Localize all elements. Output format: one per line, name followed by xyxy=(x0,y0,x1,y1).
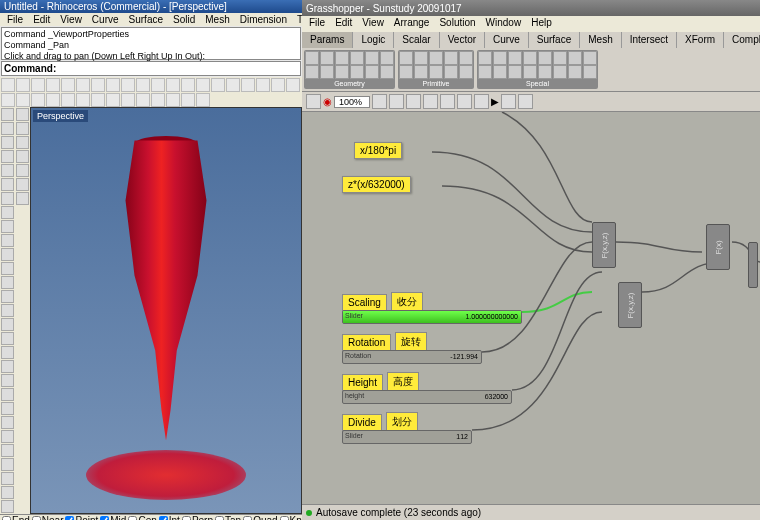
gh-toolbar-button[interactable] xyxy=(501,94,516,109)
toolbar-button[interactable] xyxy=(136,93,150,107)
toolbar-button[interactable] xyxy=(166,93,180,107)
tool-button[interactable] xyxy=(1,472,14,485)
menu-view[interactable]: View xyxy=(55,13,87,26)
ribbon-button[interactable] xyxy=(365,65,379,79)
ribbon-button[interactable] xyxy=(335,51,349,65)
component-fx[interactable]: F(x) xyxy=(706,224,730,270)
ribbon-button[interactable] xyxy=(320,51,334,65)
ribbon-button[interactable] xyxy=(444,65,458,79)
ribbon-button[interactable] xyxy=(429,51,443,65)
ribbon-button[interactable] xyxy=(335,65,349,79)
toolbar-button[interactable] xyxy=(16,78,30,92)
ribbon-button[interactable] xyxy=(523,65,537,79)
gh-toolbar-button[interactable] xyxy=(518,94,533,109)
tool-button[interactable] xyxy=(1,164,14,177)
ribbon-button[interactable] xyxy=(508,65,522,79)
gh-menu-arrange[interactable]: Arrange xyxy=(389,16,435,32)
tool-button[interactable] xyxy=(1,500,14,513)
menu-dimension[interactable]: Dimension xyxy=(235,13,292,26)
tool-button[interactable] xyxy=(1,360,14,373)
tool-button[interactable] xyxy=(16,164,29,177)
gh-menu-window[interactable]: Window xyxy=(481,16,527,32)
ribbon-button[interactable] xyxy=(380,51,394,65)
tool-button[interactable] xyxy=(1,332,14,345)
ribbon-button[interactable] xyxy=(583,65,597,79)
ribbon-button[interactable] xyxy=(380,65,394,79)
tab-intersect[interactable]: Intersect xyxy=(622,32,677,48)
toolbar-button[interactable] xyxy=(76,93,90,107)
ribbon-button[interactable] xyxy=(508,51,522,65)
tool-button[interactable] xyxy=(1,388,14,401)
ribbon-button[interactable] xyxy=(538,51,552,65)
gh-toolbar-button[interactable] xyxy=(372,94,387,109)
toolbar-button[interactable] xyxy=(121,93,135,107)
toolbar-button[interactable] xyxy=(91,93,105,107)
tool-button[interactable] xyxy=(1,444,14,457)
gh-menu-solution[interactable]: Solution xyxy=(434,16,480,32)
perspective-viewport[interactable]: Perspective xyxy=(30,107,302,514)
toolbar-button[interactable] xyxy=(31,93,45,107)
component-output[interactable] xyxy=(748,242,758,288)
toolbar-button[interactable] xyxy=(286,78,300,92)
menu-curve[interactable]: Curve xyxy=(87,13,124,26)
toolbar-button[interactable] xyxy=(46,93,60,107)
toolbar-button[interactable] xyxy=(196,78,210,92)
tab-params[interactable]: Params xyxy=(302,32,353,48)
ribbon-button[interactable] xyxy=(429,65,443,79)
compass-icon[interactable]: ◉ xyxy=(323,96,332,107)
tool-button[interactable] xyxy=(1,206,14,219)
toolbar-button[interactable] xyxy=(181,78,195,92)
osnap-quad[interactable]: Quad xyxy=(243,515,277,520)
toolbar-button[interactable] xyxy=(136,78,150,92)
ribbon-button[interactable] xyxy=(493,65,507,79)
tool-button[interactable] xyxy=(1,374,14,387)
tab-mesh[interactable]: Mesh xyxy=(580,32,621,48)
ribbon-button[interactable] xyxy=(538,65,552,79)
toolbar-button[interactable] xyxy=(61,78,75,92)
gh-menu-file[interactable]: File xyxy=(304,16,330,32)
ribbon-button[interactable] xyxy=(305,65,319,79)
osnap-end[interactable]: End xyxy=(2,515,30,520)
tab-curve[interactable]: Curve xyxy=(485,32,529,48)
gh-toolbar-button[interactable] xyxy=(474,94,489,109)
toolbar-button[interactable] xyxy=(271,78,285,92)
ribbon-button[interactable] xyxy=(493,51,507,65)
toolbar-button[interactable] xyxy=(106,78,120,92)
toolbar-button[interactable] xyxy=(61,93,75,107)
gh-toolbar-button[interactable] xyxy=(457,94,472,109)
tool-button[interactable] xyxy=(1,318,14,331)
tool-button[interactable] xyxy=(1,178,14,191)
tool-button[interactable] xyxy=(1,150,14,163)
menu-edit[interactable]: Edit xyxy=(28,13,55,26)
toolbar-button[interactable] xyxy=(1,78,15,92)
tool-button[interactable] xyxy=(1,108,14,121)
ribbon-button[interactable] xyxy=(583,51,597,65)
toolbar-button[interactable] xyxy=(241,78,255,92)
tab-complex[interactable]: Complex xyxy=(724,32,760,48)
osnap-near[interactable]: Near xyxy=(32,515,64,520)
slider-rotation-track[interactable]: Rotation -121.994 xyxy=(342,350,482,364)
toolbar-button[interactable] xyxy=(16,93,30,107)
tab-xform[interactable]: XForm xyxy=(677,32,724,48)
tab-scalar[interactable]: Scalar xyxy=(394,32,439,48)
slider-divide-track[interactable]: Slider 112 xyxy=(342,430,472,444)
toolbar-button[interactable] xyxy=(166,78,180,92)
gh-menu-help[interactable]: Help xyxy=(526,16,557,32)
ribbon-button[interactable] xyxy=(553,51,567,65)
rhino-menubar[interactable]: File Edit View Curve Surface Solid Mesh … xyxy=(0,13,302,26)
gh-toolbar-button[interactable] xyxy=(406,94,421,109)
slider-height-track[interactable]: height 632000 xyxy=(342,390,512,404)
tool-button[interactable] xyxy=(1,262,14,275)
command-input[interactable]: Command: xyxy=(1,61,301,76)
slider-scaling-track[interactable]: Slider 1.000000000000 xyxy=(342,310,522,324)
menu-surface[interactable]: Surface xyxy=(124,13,168,26)
ribbon-button[interactable] xyxy=(459,65,473,79)
ribbon-button[interactable] xyxy=(444,51,458,65)
tool-button[interactable] xyxy=(1,346,14,359)
gh-toolbar-button[interactable] xyxy=(306,94,321,109)
tool-button[interactable] xyxy=(16,178,29,191)
gh-menubar[interactable]: File Edit View Arrange Solution Window H… xyxy=(302,16,760,32)
gh-toolbar-button[interactable] xyxy=(440,94,455,109)
slider-height[interactable]: Height 高度 xyxy=(342,372,419,392)
gh-canvas[interactable]: x/180*pi z*(x/632000) Scaling 收分 Slider … xyxy=(302,112,760,504)
